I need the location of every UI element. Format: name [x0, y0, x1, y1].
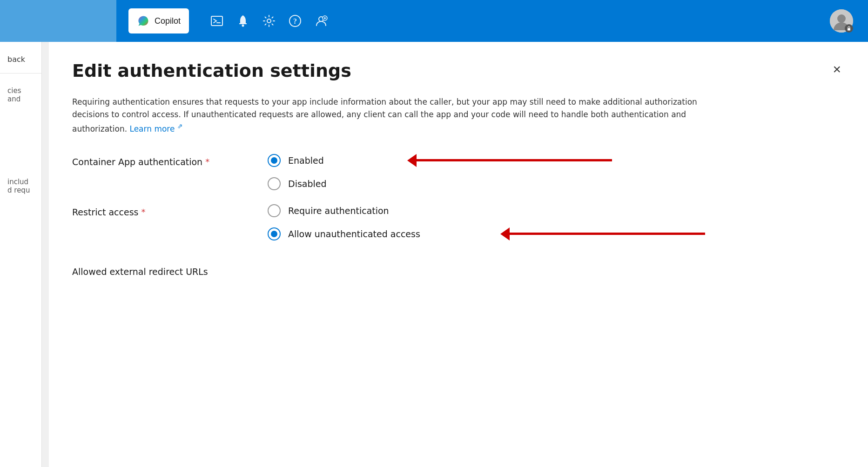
- allow-unauth-radio-option[interactable]: Allow unauthenticated access: [268, 227, 420, 240]
- panel-title: Edit authentication settings: [72, 60, 351, 82]
- disabled-label: Disabled: [288, 179, 327, 189]
- svg-rect-10: [848, 28, 850, 31]
- topbar: Copilot: [0, 0, 868, 42]
- sidebar-back[interactable]: back: [0, 49, 41, 69]
- topbar-left-panel: [0, 0, 116, 42]
- learn-more-link[interactable]: Learn more ⇗: [129, 124, 182, 133]
- sidebar-partial-text-1: cies and: [0, 77, 41, 113]
- require-auth-radio-option[interactable]: Require authentication: [268, 204, 420, 217]
- help-icon[interactable]: ?: [287, 13, 303, 29]
- unauth-arrow-head: [500, 227, 510, 240]
- require-auth-radio-circle: [268, 204, 281, 217]
- notifications-icon[interactable]: [235, 13, 251, 29]
- enabled-radio-dot: [271, 157, 277, 164]
- allow-unauth-radio-circle: [268, 227, 281, 240]
- required-indicator-1: *: [205, 157, 209, 167]
- container-auth-row: Container App authentication * Enabled: [72, 154, 845, 190]
- enabled-radio-option[interactable]: Enabled: [268, 154, 324, 167]
- svg-point-3: [267, 19, 271, 23]
- svg-point-2: [242, 25, 244, 27]
- disabled-radio-option[interactable]: Disabled: [268, 177, 327, 190]
- close-button[interactable]: ×: [829, 60, 845, 78]
- unauth-arrow-annotation: [500, 227, 705, 240]
- topbar-icons: ?: [209, 13, 330, 29]
- container-auth-label: Container App authentication *: [72, 154, 249, 167]
- enabled-label: Enabled: [288, 155, 324, 166]
- sidebar-partial-text-2: includ d requ: [0, 168, 41, 204]
- avatar[interactable]: [830, 9, 853, 33]
- settings-icon[interactable]: [261, 13, 277, 29]
- feedback-icon[interactable]: [313, 13, 330, 29]
- allowed-redirects-label: Allowed external redirect URLs: [72, 264, 845, 277]
- avatar-lock-icon: [845, 24, 853, 33]
- disabled-radio-circle: [268, 177, 281, 190]
- allow-unauth-radio-dot: [271, 231, 277, 237]
- copilot-label: Copilot: [155, 16, 181, 26]
- sidebar-divider: [0, 73, 41, 73]
- allowed-redirects-section: Allowed external redirect URLs: [72, 264, 845, 277]
- external-link-icon: ⇗: [177, 122, 183, 130]
- required-indicator-2: *: [141, 207, 145, 217]
- enabled-radio-circle: [268, 154, 281, 167]
- copilot-icon: [137, 14, 150, 27]
- svg-point-9: [837, 14, 846, 23]
- terminal-icon[interactable]: [209, 13, 225, 29]
- enabled-arrow-annotation: [407, 154, 612, 167]
- require-auth-label: Require authentication: [288, 206, 389, 216]
- edit-panel: Edit authentication settings × Requiring…: [49, 42, 868, 467]
- panel-header: Edit authentication settings ×: [72, 60, 845, 82]
- main-area: back cies and includ d requ Edit authent…: [0, 42, 868, 467]
- left-sidebar: back cies and includ d requ: [0, 42, 42, 467]
- enabled-arrow-line: [417, 159, 612, 161]
- enabled-arrow-head: [407, 154, 417, 167]
- svg-text:?: ?: [293, 17, 297, 25]
- restrict-access-row: Restrict access * Require authentication…: [72, 204, 845, 240]
- restrict-access-radio-group: Require authentication Allow unauthentic…: [268, 204, 420, 240]
- unauth-arrow-line: [510, 233, 705, 235]
- container-auth-radio-group: Enabled Disabled: [268, 154, 327, 190]
- allow-unauth-label: Allow unauthenticated access: [288, 229, 420, 239]
- panel-description: Requiring authentication ensures that re…: [72, 96, 724, 135]
- restrict-access-label: Restrict access *: [72, 204, 249, 217]
- copilot-button[interactable]: Copilot: [128, 8, 189, 33]
